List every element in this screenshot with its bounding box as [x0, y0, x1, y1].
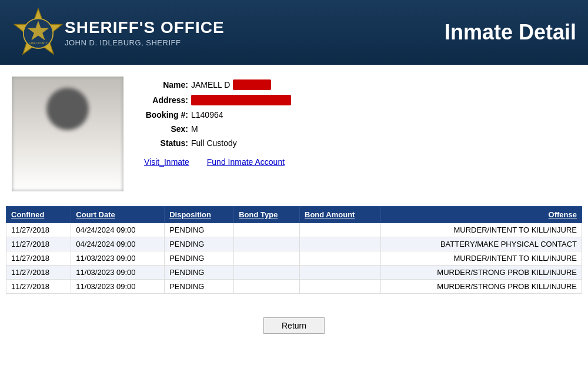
cell-court-date: 04/24/2024 09:00	[71, 223, 165, 237]
table-header: Confined Court Date Disposition Bond Typ…	[6, 207, 582, 223]
cell-bond-type	[234, 266, 300, 280]
cell-confined: 11/27/2018	[6, 280, 71, 294]
booking-value: L140964	[191, 110, 223, 120]
status-label: Status:	[141, 138, 188, 148]
cell-disposition: PENDING	[165, 237, 234, 251]
col-header-court-date: Court Date	[71, 207, 165, 223]
charges-tbody: 11/27/201804/24/2024 09:00PENDINGMURDER/…	[6, 223, 582, 294]
status-value: Full Custody	[191, 138, 237, 148]
name-redacted	[233, 79, 271, 90]
cell-bond-amount	[300, 266, 381, 280]
inmate-details: Name: JAMELL D Address: Booking #: L1409…	[141, 77, 291, 191]
cell-offense: MURDER/INTENT TO KILL/INJURE	[380, 251, 582, 266]
address-row: Address:	[141, 95, 291, 105]
cell-disposition: PENDING	[165, 251, 234, 266]
cell-bond-amount	[300, 251, 381, 266]
inmate-info-section: Name: JAMELL D Address: Booking #: L1409…	[0, 65, 588, 197]
photo-image	[12, 77, 123, 191]
agency-name: SHERIFF'S OFFICE	[65, 18, 225, 37]
charges-section: Confined Court Date Disposition Bond Typ…	[0, 200, 588, 300]
sex-row: Sex: M	[141, 124, 291, 134]
table-row: 11/27/201811/03/2023 09:00PENDINGMURDER/…	[6, 266, 582, 280]
status-row: Status: Full Custody	[141, 138, 291, 148]
table-row: 11/27/201811/03/2023 09:00PENDINGMURDER/…	[6, 251, 582, 266]
sex-label: Sex:	[141, 124, 188, 134]
page-header: LAKE COUNTY SHERIFF'S OFFICE JOHN D. IDL…	[0, 0, 588, 65]
booking-row: Booking #: L140964	[141, 110, 291, 120]
table-row: 11/27/201804/24/2024 09:00PENDINGBATTERY…	[6, 237, 582, 251]
sheriff-name: JOHN D. IDLEBURG, SHERIFF	[65, 38, 225, 47]
header-title-block: SHERIFF'S OFFICE JOHN D. IDLEBURG, SHERI…	[65, 18, 225, 47]
cell-court-date: 11/03/2023 09:00	[71, 251, 165, 266]
cell-court-date: 04/24/2024 09:00	[71, 237, 165, 251]
cell-disposition: PENDING	[165, 266, 234, 280]
col-header-offense: Offense	[380, 207, 582, 223]
col-header-bond-amount: Bond Amount	[300, 207, 381, 223]
name-value: JAMELL D	[191, 80, 230, 89]
sheriff-badge-icon: LAKE COUNTY	[12, 6, 65, 59]
name-row: Name: JAMELL D	[141, 79, 291, 90]
cell-offense: BATTERY/MAKE PHYSICAL CONTACT	[380, 237, 582, 251]
cell-confined: 11/27/2018	[6, 223, 71, 237]
cell-offense: MURDER/STRONG PROB KILL/INJURE	[380, 266, 582, 280]
cell-confined: 11/27/2018	[6, 237, 71, 251]
fund-inmate-link[interactable]: Fund Inmate Account	[207, 157, 285, 167]
cell-bond-amount	[300, 280, 381, 294]
name-label: Name:	[141, 80, 188, 89]
cell-disposition: PENDING	[165, 223, 234, 237]
address-redacted	[191, 95, 291, 105]
cell-bond-type	[234, 237, 300, 251]
return-section: Return	[0, 317, 588, 334]
inmate-links: Visit_Inmate Fund Inmate Account	[141, 157, 291, 167]
cell-bond-type	[234, 251, 300, 266]
cell-court-date: 11/03/2023 09:00	[71, 266, 165, 280]
table-row: 11/27/201804/24/2024 09:00PENDINGMURDER/…	[6, 223, 582, 237]
table-row: 11/27/201811/03/2023 09:00PENDINGMURDER/…	[6, 280, 582, 294]
cell-disposition: PENDING	[165, 280, 234, 294]
cell-bond-type	[234, 223, 300, 237]
cell-court-date: 11/03/2023 09:00	[71, 280, 165, 294]
sex-value: M	[191, 124, 198, 134]
address-label: Address:	[141, 95, 188, 105]
col-header-bond-type: Bond Type	[234, 207, 300, 223]
visit-inmate-link[interactable]: Visit_Inmate	[144, 157, 189, 167]
cell-confined: 11/27/2018	[6, 251, 71, 266]
cell-confined: 11/27/2018	[6, 266, 71, 280]
inmate-photo	[12, 77, 123, 191]
booking-label: Booking #:	[141, 110, 188, 120]
svg-text:LAKE COUNTY: LAKE COUNTY	[29, 42, 48, 45]
cell-bond-amount	[300, 237, 381, 251]
cell-offense: MURDER/STRONG PROB KILL/INJURE	[380, 280, 582, 294]
charges-table: Confined Court Date Disposition Bond Typ…	[6, 206, 582, 294]
return-button[interactable]: Return	[263, 317, 325, 334]
cell-bond-type	[234, 280, 300, 294]
col-header-confined: Confined	[6, 207, 71, 223]
cell-bond-amount	[300, 223, 381, 237]
page-title: Inmate Detail	[445, 20, 576, 45]
cell-offense: MURDER/INTENT TO KILL/INJURE	[380, 223, 582, 237]
col-header-disposition: Disposition	[165, 207, 234, 223]
